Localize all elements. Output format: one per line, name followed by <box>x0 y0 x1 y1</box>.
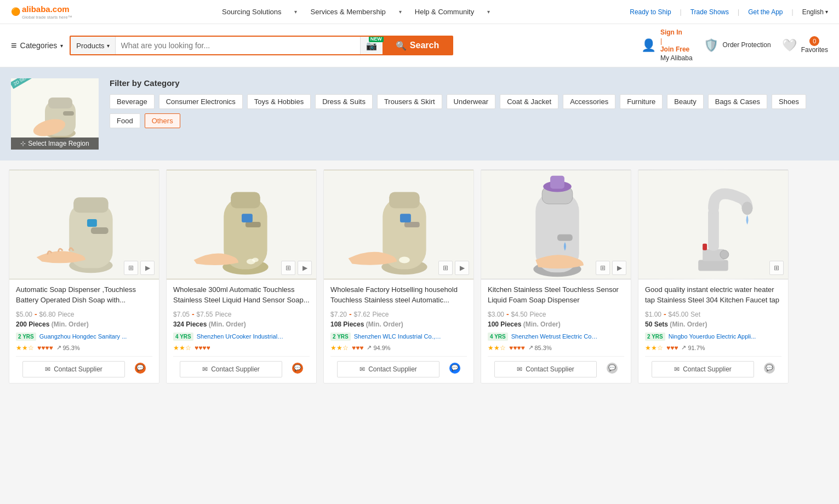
zoom-btn-2[interactable]: ⊞ <box>281 261 295 275</box>
join-free-label[interactable]: Join Free <box>660 45 693 54</box>
svg-text:🟠: 🟠 <box>11 7 21 16</box>
sourcing-solutions-link[interactable]: Sourcing Solutions <box>222 8 281 16</box>
product-image-2: ⊞ ▶ <box>167 170 316 279</box>
image-actions-1: ⊞ ▶ <box>124 261 155 275</box>
filter-tag-underwear[interactable]: Underwear <box>447 94 496 109</box>
order-protection-label: Order Protection <box>723 41 771 50</box>
chat-btn-4[interactable]: 💬 <box>607 363 618 374</box>
chat-btn-1[interactable]: 💬 <box>135 363 146 374</box>
price-max-4: $4.50 <box>511 311 527 318</box>
video-btn-2[interactable]: ▶ <box>298 261 312 275</box>
filter-tag-consumer-electronics[interactable]: Consumer Electronics <box>159 94 243 109</box>
language-selector[interactable]: English ▾ <box>802 8 828 16</box>
min-order-label-5: Min. Order <box>672 320 705 328</box>
contact-supplier-btn-2[interactable]: ✉ Contact Supplier <box>180 361 282 377</box>
price-max-5: $45.00 <box>668 311 688 318</box>
price-unit-2: Piece <box>215 311 231 318</box>
search-input[interactable] <box>116 37 360 54</box>
price-unit-3: Piece <box>372 311 389 318</box>
supplier-info-4: 4 YRS Shenzhen Wetrust Electric Co., ... <box>488 333 624 341</box>
image-actions-2: ⊞ ▶ <box>281 261 312 275</box>
supplier-name-3[interactable]: Shenzhen WLC Industrial Co., Ltd. <box>354 333 442 340</box>
contact-supplier-btn-5[interactable]: ✉ Contact Supplier <box>652 361 754 377</box>
filter-tag-toys-hobbies[interactable]: Toys & Hobbies <box>247 94 311 109</box>
divider-3 <box>330 356 467 357</box>
svg-rect-26 <box>389 192 420 209</box>
filter-section: Filter by Category Beverage Consumer Ele… <box>110 78 828 128</box>
filter-tag-bags-cases[interactable]: Bags & Cases <box>708 94 767 109</box>
search-type-dropdown[interactable]: Products ▾ <box>71 37 115 54</box>
product-title-1: Automatic Soap Dispenser ,Touchless Batt… <box>16 285 152 305</box>
filter-tag-trousers-skirt[interactable]: Trousers & Skirt <box>377 94 442 109</box>
new-badge: NEW <box>369 36 384 42</box>
filter-tag-others[interactable]: Others <box>145 113 180 128</box>
search-button[interactable]: 🔍 Search <box>383 37 452 54</box>
trade-shows-link[interactable]: Trade Shows <box>690 8 729 16</box>
contact-supplier-btn-3[interactable]: ✉ Contact Supplier <box>337 361 440 377</box>
filter-tag-coat-jacket[interactable]: Coat & Jacket <box>500 94 558 109</box>
sign-in-label[interactable]: Sign In <box>660 28 693 37</box>
favorites-count: 0 <box>809 36 819 46</box>
min-order-qty-1: 200 Pieces <box>16 320 49 328</box>
favorites-action[interactable]: 🤍 0 Favorites <box>782 36 828 55</box>
categories-button[interactable]: ≡ Categories ▾ <box>11 40 63 51</box>
svg-rect-27 <box>404 222 420 227</box>
ratings-2: ★★☆ ♥♥♥♥ <box>173 344 310 352</box>
video-btn-1[interactable]: ▶ <box>140 261 155 275</box>
chat-btn-3[interactable]: 💬 <box>449 363 460 374</box>
ready-to-ship-link[interactable]: Ready to Ship <box>630 8 671 16</box>
chat-btn-2[interactable]: 💬 <box>292 363 303 374</box>
product-price-1: $5.00 - $6.80 Piece <box>16 310 152 318</box>
chat-btn-5[interactable]: 💬 <box>764 363 775 374</box>
get-the-app-link[interactable]: Get the App <box>748 8 783 16</box>
search-type-label: Products <box>76 42 104 50</box>
filter-tag-beauty[interactable]: Beauty <box>667 94 703 109</box>
filter-tag-furniture[interactable]: Furniture <box>620 94 663 109</box>
contact-supplier-btn-1[interactable]: ✉ Contact Supplier <box>22 361 125 377</box>
order-protection-action[interactable]: 🛡️ Order Protection <box>704 38 771 53</box>
stars-3: ★★☆ <box>330 344 349 352</box>
video-btn-3[interactable]: ▶ <box>455 261 469 275</box>
filter-tag-food[interactable]: Food <box>110 113 140 128</box>
services-membership-link[interactable]: Services & Membership <box>310 8 385 16</box>
join-separator: | <box>660 37 693 46</box>
product-info-2: Wholesale 300ml Automatic Touchless Stai… <box>167 279 316 377</box>
my-alibaba-action[interactable]: 👤 Sign In | Join Free My Alibaba <box>641 28 693 62</box>
zoom-btn-5[interactable]: ⊞ <box>769 261 784 275</box>
contact-supplier-btn-4[interactable]: ✉ Contact Supplier <box>494 361 597 377</box>
filter-tag-beverage[interactable]: Beverage <box>110 94 155 109</box>
product-info-3: Wholesale Factory Hotselling household T… <box>324 279 473 377</box>
price-max-3: $7.62 <box>353 311 370 318</box>
svg-point-29 <box>399 257 410 264</box>
supplier-name-1[interactable]: Guangzhou Hongdec Sanitary ... <box>39 333 127 340</box>
min-order-label-2: Min. Order <box>211 320 244 328</box>
supplier-name-2[interactable]: Shenzhen UrCooker Industrial C... <box>197 333 284 340</box>
zoom-btn-4[interactable]: ⊞ <box>596 261 610 275</box>
product-title-5: Good quality instant electric water heat… <box>645 285 781 305</box>
svg-rect-19 <box>246 222 261 227</box>
select-image-region-button[interactable]: ⊹ Select Image Region <box>11 138 99 150</box>
supplier-info-1: 2 YRS Guangzhou Hongdec Sanitary ... <box>16 333 152 341</box>
supplier-name-4[interactable]: Shenzhen Wetrust Electric Co., ... <box>511 333 599 340</box>
zoom-btn-1[interactable]: ⊞ <box>124 261 138 275</box>
filter-tag-dress-suits[interactable]: Dress & Suits <box>315 94 373 109</box>
svg-rect-42 <box>703 244 707 250</box>
product-card-1: ⊞ ▶ Automatic Soap Dispenser ,Touchless … <box>9 169 159 383</box>
filter-tag-shoes[interactable]: Shoes <box>772 94 806 109</box>
select-region-label: Select Image Region <box>28 140 89 147</box>
filter-tag-accessories[interactable]: Accessories <box>563 94 615 109</box>
zoom-btn-3[interactable]: ⊞ <box>438 261 453 275</box>
heart-icon: 🤍 <box>782 38 797 53</box>
supplier-name-5[interactable]: Ningbo Youerduo Electric Appli... <box>669 333 756 340</box>
video-btn-4[interactable]: ▶ <box>612 261 626 275</box>
filter-title: Filter by Category <box>110 78 828 88</box>
product-image-3: ⊞ ▶ <box>324 170 473 279</box>
product-card-3: ⊞ ▶ Wholesale Factory Hotselling househo… <box>323 169 474 383</box>
svg-rect-7 <box>63 111 74 116</box>
contact-label-2: Contact Supplier <box>211 365 260 373</box>
help-community-link[interactable]: Help & Community <box>415 8 474 16</box>
hearts-4: ♥♥♥♥ <box>509 344 525 352</box>
response-rate-4: ↗ 85.3% <box>528 344 552 351</box>
camera-search-button[interactable]: 📷 NEW <box>360 37 383 54</box>
price-unit-1: Piece <box>58 311 74 318</box>
